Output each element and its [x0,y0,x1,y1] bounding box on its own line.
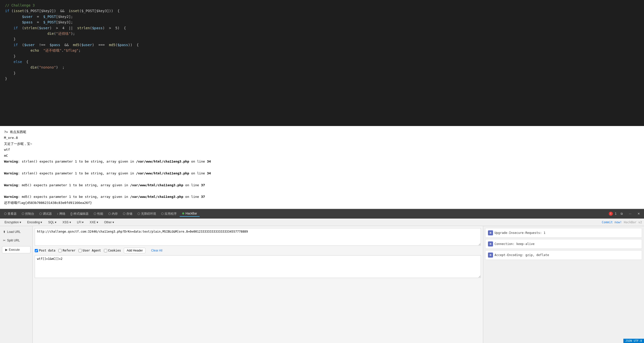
copy-btn[interactable]: ⧉ [619,211,625,216]
hackbar-sidebar: ⬆ Load URL ✂ Split URL ▶ Execute [0,226,33,343]
header-h-icon-3: H [488,253,493,258]
warning-spacer2 [4,176,640,182]
code-line: if (isset($_POST[$key2]) && isset($_POST… [5,8,639,14]
console-icon: ⬡ [22,212,24,215]
flag-output: 还不错哦flag{d583b7086231438c83e0fd91166ea26… [4,200,640,206]
toolbar-right: ! 1 ⧉ ··· ✕ [609,211,642,216]
other-label: Other ▾ [104,221,114,224]
application-btn[interactable]: ⬡ 应用程序 [159,211,179,217]
split-url-button[interactable]: ✂ Split URL [0,237,32,244]
style-editor-btn[interactable]: {} 样式编辑器 [68,211,91,217]
warning-3: Warning: md5() expects parameter 1 to be… [4,182,640,188]
memory-icon: ⬡ [108,212,111,215]
hackbar-tab-label: HackBar [185,212,197,215]
user-agent-checkbox[interactable] [79,249,82,252]
console-btn[interactable]: ⬡ 控制台 [20,211,36,217]
encryption-menu[interactable]: Encryption ▾ [2,220,24,225]
network-icon: ↕ [57,212,58,215]
post-data-input[interactable] [35,255,481,278]
user-agent-checkbox-label[interactable]: User Agent [79,249,101,252]
hackbar-main: Post data Referer User Agent Cookies Add… [33,226,483,343]
storage-btn[interactable]: ⬡ 存储 [121,211,134,217]
warning-spacer3 [4,188,640,194]
load-url-label: Load URL [7,230,21,234]
accessibility-label: 无障碍环境 [141,212,156,216]
post-data-checkbox-label[interactable]: Post data [35,249,55,252]
status-bar: JSON UTF-8 [623,339,644,343]
clear-all-button[interactable]: Clear All [148,248,165,253]
header-value-3: Accept-Encoding: gzip, deflate [495,253,549,257]
performance-label: 性能 [97,212,103,216]
output-line1: ?> 有点东西呢 [4,129,640,135]
lfi-menu[interactable]: LFI ▾ [74,220,86,225]
performance-btn[interactable]: ⬡ 性能 [92,211,105,217]
warning-2: Warning: strlen() expects parameter 1 to… [4,170,640,176]
close-devtools-btn[interactable]: ✕ [635,211,642,216]
accessibility-btn[interactable]: ⬡ 无障碍环境 [135,211,158,217]
output-line3: 又近了一步呢，宝~ [4,141,640,147]
debugger-btn[interactable]: ⬡ 调试器 [37,211,54,217]
xxe-menu[interactable]: XXE ▾ [87,220,100,225]
cookies-checkbox-label[interactable]: Cookies [104,249,121,252]
browser-toolbar: ⬡ 查看器 ⬡ 控制台 ⬡ 调试器 ↕ 网络 {} 样式编辑器 ⬡ 性能 ⬡ 内… [0,209,644,219]
split-url-icon: ✂ [3,239,6,242]
output-line4: wtf [4,147,640,152]
execute-button[interactable]: ▶ Execute [2,246,30,253]
load-url-button[interactable]: ⬆ Load URL [0,228,32,236]
post-data-label: Post data [39,249,55,252]
hackbar-tab[interactable]: HackBar [180,211,200,217]
cookies-checkbox[interactable] [104,249,107,252]
application-label: 应用程序 [165,212,177,216]
style-editor-label: 样式编辑器 [73,212,89,216]
style-editor-icon: {} [70,212,72,215]
xss-label: XSS ▾ [62,221,71,224]
code-line: $user = $_POST[$key2]; [5,14,639,19]
xss-menu[interactable]: XSS ▾ [60,220,73,225]
other-menu[interactable]: Other ▾ [102,220,117,225]
header-row-1: H Upgrade-Insecure-Requests: 1 [485,228,642,238]
version-text: HackBar v2 [624,221,642,224]
encoding-menu[interactable]: Encoding ▾ [25,220,45,225]
referer-checkbox[interactable] [58,249,62,252]
inspector-icon: ⬡ [4,212,7,215]
code-line: else { [5,59,639,65]
execute-icon: ▶ [5,248,8,252]
code-comment: // Challenge 3 [5,3,639,8]
header-row-2: H Connection: keep-alive [485,239,642,249]
add-header-button[interactable]: Add Header [124,248,145,253]
memory-btn[interactable]: ⬡ 内存 [106,211,120,217]
accessibility-icon: ⬡ [137,212,140,215]
load-url-icon: ⬆ [3,230,6,234]
header-h-icon-2: H [488,241,493,246]
cookies-label: Cookies [108,249,121,252]
split-url-label: Split URL [7,239,20,242]
network-btn[interactable]: ↕ 网络 [55,211,67,217]
referer-checkbox-label[interactable]: Referer [58,249,75,252]
storage-icon: ⬡ [123,212,125,215]
sql-menu[interactable]: SQL ▾ [46,220,59,225]
xxe-label: XXE ▾ [90,221,98,224]
output-line5: mC [4,153,640,159]
code-line: echo "还不错哦"."$flag"; [5,48,639,53]
output-area: ?> 有点东西呢 M_ore.8 又近了一步呢，宝~ wtf mC Warnin… [0,126,644,209]
inspector-btn[interactable]: ⬡ 查看器 [2,211,19,217]
url-input[interactable] [35,228,481,246]
inspector-label: 查看器 [8,212,17,216]
storage-label: 存储 [126,212,132,216]
commit-link[interactable]: Commit now! [602,221,622,224]
header-h-icon-1: H [488,230,493,235]
encoding-label: Encoding ▾ [27,221,42,224]
code-line: die("nonono") ; [5,65,639,70]
hackbar-content: ⬆ Load URL ✂ Split URL ▶ Execute Post da… [0,226,644,343]
options-bar: Post data Referer User Agent Cookies Add… [35,248,481,253]
error-badge: ! [609,212,613,216]
code-area: // Challenge 3 if (isset($_POST[$key2]) … [0,0,644,126]
code-line: die("还得练"); [5,31,639,36]
more-btn[interactable]: ··· [627,211,633,216]
header-value-2: Connection: keep-alive [495,242,535,246]
user-agent-label: User Agent [83,249,101,252]
hackbar-dot [182,212,184,214]
hackbar-panel: Encryption ▾ Encoding ▾ SQL ▾ XSS ▾ LFI … [0,219,644,343]
post-data-checkbox[interactable] [35,249,38,252]
output-line2: M_ore.8 [4,135,640,141]
